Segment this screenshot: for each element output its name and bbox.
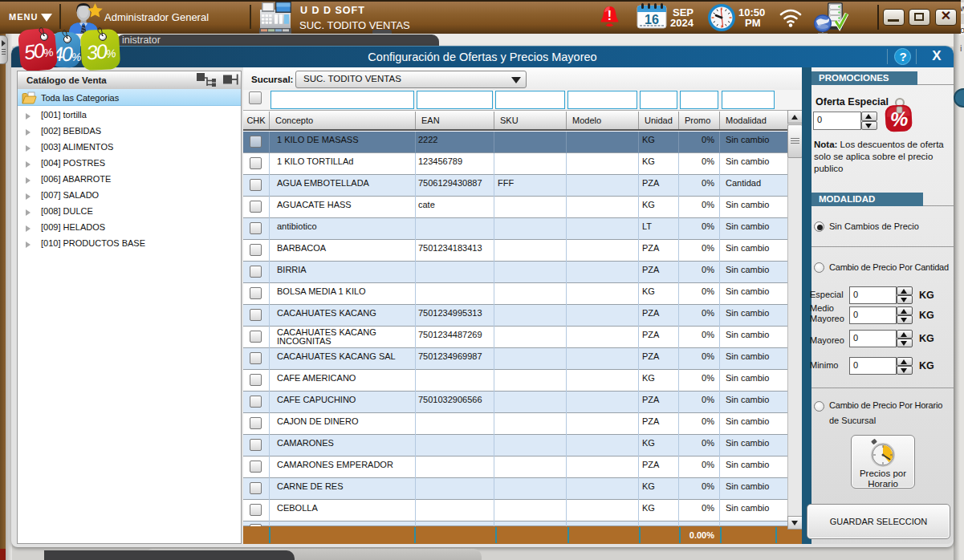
svg-text:!: !: [608, 9, 612, 22]
svg-text:16: 16: [645, 13, 659, 26]
